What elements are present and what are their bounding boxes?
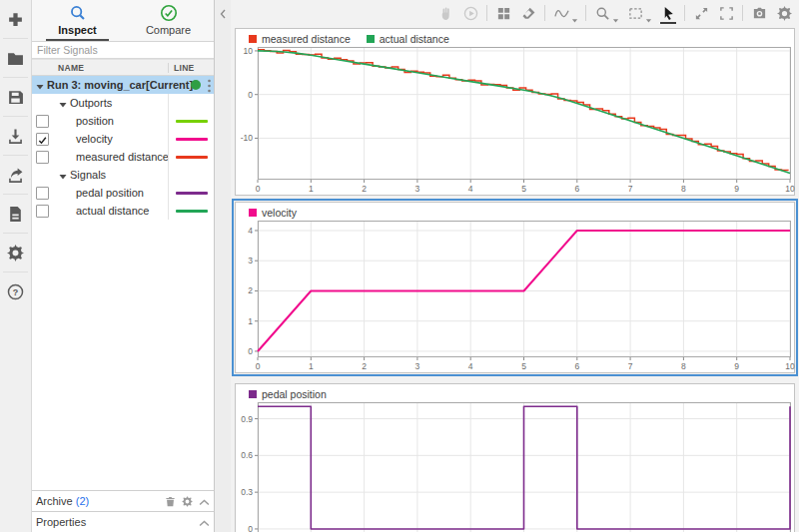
svg-text:0: 0 (256, 184, 261, 194)
zoom-button[interactable] (593, 4, 611, 22)
collapse-panel-icon[interactable] (220, 5, 226, 15)
svg-text:0: 0 (248, 524, 253, 532)
line-cell (168, 202, 214, 220)
row-content: measured distance (32, 148, 168, 166)
legend-item-actual-distance[interactable]: actual distance (367, 33, 449, 45)
plot-card-pedal-position[interactable]: pedal position00.30.60.9012345678910 (235, 383, 795, 532)
legend-item-measured-distance[interactable]: measured distance (249, 33, 351, 45)
line-cell (168, 94, 214, 112)
collapse-triangle-icon[interactable] (59, 171, 67, 179)
legend-label: actual distance (380, 33, 449, 45)
svg-text:4: 4 (468, 361, 473, 371)
archive-settings-icon[interactable] (182, 496, 193, 507)
signal-row-pedal-position[interactable]: pedal position (32, 184, 214, 202)
plot-card-actual-distance[interactable]: measured distanceactual distance100-1001… (235, 28, 795, 196)
toolbar-divider (684, 5, 685, 21)
import-button[interactable] (0, 117, 31, 155)
properties-bar[interactable]: Properties (32, 511, 214, 532)
help-button[interactable]: ? (0, 272, 31, 310)
plot-canvas-actual-distance[interactable]: 100-10012345678910 (236, 47, 797, 195)
tab-inspect[interactable]: Inspect (32, 0, 123, 41)
series-pedal-position[interactable] (258, 406, 790, 529)
series-measured-distance[interactable] (258, 50, 788, 171)
svg-text:8: 8 (681, 184, 686, 194)
plot-canvas-pedal-position[interactable]: 00.30.60.9012345678910 (236, 402, 797, 532)
add-icon (7, 11, 24, 28)
signal-checkbox[interactable] (36, 187, 49, 200)
cursor-button[interactable] (659, 4, 677, 22)
signal-line-swatch[interactable] (176, 156, 208, 159)
filter-row (32, 42, 214, 60)
toolbar-group (552, 4, 578, 22)
dropdown-caret-icon[interactable] (571, 10, 578, 17)
archive-label: Archive (2) (36, 495, 159, 507)
collapse-triangle-icon[interactable] (36, 81, 44, 89)
group-row-outports[interactable]: Outports (32, 94, 214, 112)
signal-line-swatch[interactable] (176, 210, 208, 213)
signal-row-position[interactable]: position (32, 112, 214, 130)
run-label: Run 3: moving_car[Current] (47, 79, 193, 91)
signal-row-actual-distance[interactable]: actual distance (32, 202, 214, 220)
panel-splitter[interactable] (215, 0, 231, 532)
svg-text:4: 4 (468, 184, 473, 194)
svg-text:10: 10 (244, 47, 254, 56)
group-label: Outports (70, 97, 112, 109)
expand-button[interactable] (692, 4, 710, 22)
run-menu-icon[interactable] (207, 79, 212, 92)
signal-row-measured-distance[interactable]: measured distance (32, 148, 214, 166)
svg-text:2: 2 (362, 361, 367, 371)
dropdown-caret-icon[interactable] (645, 10, 652, 17)
settings-gear-button[interactable] (0, 234, 31, 271)
toolbar-divider (544, 5, 545, 21)
column-header-name: NAME (32, 63, 168, 73)
collapse-triangle-icon[interactable] (59, 99, 67, 107)
signal-wave-button[interactable] (552, 4, 570, 22)
import-icon (7, 128, 24, 145)
settings-gear-icon (7, 245, 24, 262)
svg-text:2: 2 (362, 184, 367, 194)
add-button[interactable] (0, 0, 31, 38)
run-status-dot (191, 80, 201, 90)
signal-checkbox[interactable] (36, 115, 49, 128)
properties-collapse-icon[interactable] (199, 517, 210, 528)
signal-line-swatch[interactable] (176, 120, 208, 123)
settings-gear-button[interactable] (775, 4, 793, 22)
toolbar-group (436, 4, 454, 22)
dropdown-caret-icon[interactable] (612, 10, 619, 17)
filter-signals-input[interactable] (32, 42, 214, 59)
signal-line-swatch[interactable] (176, 138, 208, 141)
tab-compare[interactable]: Compare (123, 0, 214, 41)
legend-item-pedal-position[interactable]: pedal position (249, 388, 327, 400)
signal-checkbox[interactable] (36, 133, 49, 146)
signal-checkbox[interactable] (36, 205, 49, 218)
plot-card-velocity[interactable]: velocity01234012345678910 (235, 202, 795, 373)
group-row-signals[interactable]: Signals (32, 166, 214, 184)
report-button[interactable] (0, 195, 31, 233)
signal-line-swatch[interactable] (176, 192, 208, 195)
archive-collapse-icon[interactable] (199, 496, 210, 507)
archive-bar[interactable]: Archive (2) (32, 490, 214, 511)
save-button[interactable] (0, 78, 31, 116)
tab-label: Compare (146, 24, 191, 36)
layout-grid-icon (496, 6, 511, 21)
legend-swatch (249, 35, 257, 43)
toolbar-group (775, 4, 793, 22)
export-button[interactable] (0, 156, 31, 194)
svg-text:5: 5 (521, 361, 526, 371)
svg-text:0: 0 (248, 90, 253, 100)
run-row[interactable]: Run 3: moving_car[Current] (32, 76, 214, 94)
plot-canvas-velocity[interactable]: 01234012345678910 (236, 221, 797, 372)
layout-grid-button[interactable] (494, 4, 512, 22)
fullscreen-button[interactable] (717, 4, 735, 22)
trash-icon[interactable] (165, 496, 176, 507)
signal-row-velocity[interactable]: velocity (32, 130, 214, 148)
folder-open-button[interactable] (0, 39, 31, 77)
fit-view-button[interactable] (626, 4, 644, 22)
legend-item-velocity[interactable]: velocity (249, 207, 297, 219)
svg-text:8: 8 (681, 361, 686, 371)
camera-button[interactable] (750, 4, 768, 22)
eraser-button[interactable] (519, 4, 537, 22)
legend-swatch (367, 35, 375, 43)
signal-checkbox[interactable] (36, 151, 49, 164)
line-cell (168, 112, 214, 130)
